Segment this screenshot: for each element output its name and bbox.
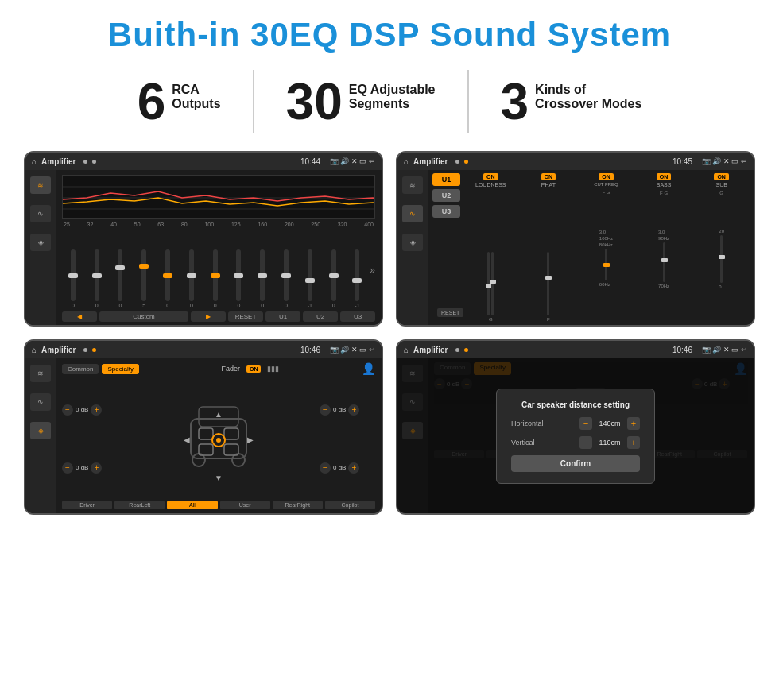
eq-freq-labels: 25 32 40 50 63 80 100 125 160 200 250 32… xyxy=(62,222,375,227)
ch-sub: ON SUB G 20 0 xyxy=(694,173,749,322)
home-icon-crossover[interactable]: ⌂ xyxy=(404,157,409,166)
sp-plus-tr[interactable]: + xyxy=(348,404,359,416)
ch-phat-name: PHAT xyxy=(541,182,556,188)
fader-on-badge[interactable]: ON xyxy=(246,365,262,373)
sp-plus-bl[interactable]: + xyxy=(91,462,102,474)
fader-driver-btn[interactable]: Driver xyxy=(62,501,112,509)
eq-col-5: 0 xyxy=(157,249,179,308)
eq-col-12: 0 xyxy=(323,249,345,308)
eq-col-4: 5 xyxy=(133,249,155,308)
svg-point-12 xyxy=(216,438,221,443)
eq-u3-btn[interactable]: U3 xyxy=(340,311,375,322)
svg-text:▶: ▶ xyxy=(247,435,254,444)
eq-u2-btn[interactable]: U2 xyxy=(303,311,338,322)
fader-rearright-btn[interactable]: RearRight xyxy=(273,501,323,509)
sidebar-fader-eq[interactable]: ≋ xyxy=(30,365,51,382)
app-name-crossover: Amplifier xyxy=(413,157,448,166)
ch-cutfreq-on[interactable]: ON xyxy=(599,173,614,180)
sidebar-crossover-speaker[interactable]: ◈ xyxy=(402,234,423,251)
fader-all-btn[interactable]: All xyxy=(167,501,217,509)
stat-label-line2-crossover: Crossover Modes xyxy=(535,97,641,111)
eq-reset-btn[interactable]: RESET xyxy=(228,311,263,322)
eq-main: 25 32 40 50 63 80 100 125 160 200 250 32… xyxy=(56,170,382,325)
cross-right: ON LOUDNESS G xyxy=(463,173,749,322)
screen-content-fader: ≋ ∿ ◈ Common Specialty Fader ON ▮▮▮ 👤 xyxy=(25,358,382,513)
screen-bar-eq: ⌂ Amplifier 10:44 📷 🔊 ✕ ▭ ↩ xyxy=(25,153,382,170)
sp-minus-bl[interactable]: − xyxy=(62,462,73,474)
home-icon-fader[interactable]: ⌂ xyxy=(32,346,37,354)
screen-content-crossover: ≋ ∿ ◈ U1 U2 U3 ON LOUDNESS xyxy=(397,170,754,325)
eq-prev-btn[interactable]: ◀ xyxy=(62,311,97,322)
sidebar-eq-wave[interactable]: ∿ xyxy=(30,205,51,222)
ch-sub-name: SUB xyxy=(715,182,727,188)
ch-loudness: ON LOUDNESS G xyxy=(463,173,518,322)
car-diagram: ▲ ▼ ◀ ▶ xyxy=(122,381,315,497)
stat-label-rca: RCA Outputs xyxy=(172,76,220,111)
eq-col-3: 0 xyxy=(110,249,132,308)
fader-rearleft-btn[interactable]: RearLeft xyxy=(114,501,165,509)
fader-bottomleft: − 0 dB + xyxy=(62,462,118,474)
dot1-fader xyxy=(83,348,87,352)
fader-specialty-tab[interactable]: Specialty xyxy=(102,364,138,374)
sp-minus-br[interactable]: − xyxy=(320,462,331,474)
dialog-horizontal-minus[interactable]: − xyxy=(579,417,592,430)
sidebar-eq-btn[interactable]: ≋ xyxy=(30,176,51,194)
stat-number-crossover: 3 xyxy=(501,76,529,127)
dialog-horizontal-row: Horizontal − 140cm + xyxy=(511,417,640,430)
dot2-dialog xyxy=(464,348,468,352)
ch-bass-on[interactable]: ON xyxy=(657,173,672,180)
stats-row: 6 RCA Outputs 30 EQ Adjustable Segments … xyxy=(24,70,755,133)
sp-minus-tl[interactable]: − xyxy=(62,404,73,416)
home-icon-eq[interactable]: ⌂ xyxy=(32,157,37,166)
sp-plus-tl[interactable]: + xyxy=(91,404,102,416)
u1-btn[interactable]: U1 xyxy=(432,173,460,186)
dot2-fader xyxy=(92,348,96,352)
stat-crossover: 3 Kinds of Crossover Modes xyxy=(469,76,674,127)
eq-custom-btn[interactable]: Custom xyxy=(99,311,188,322)
sidebar-fader-speaker[interactable]: ◈ xyxy=(30,422,51,439)
stat-rca: 6 RCA Outputs xyxy=(106,76,253,127)
sidebar-crossover-eq[interactable]: ≋ xyxy=(402,176,423,194)
ch-bass-name: BASS xyxy=(657,182,672,188)
fader-copilot-btn[interactable]: Copilot xyxy=(325,501,375,509)
fader-topright: − 0 dB + xyxy=(320,404,375,416)
svg-text:▼: ▼ xyxy=(215,474,223,482)
sidebar-fader-wave[interactable]: ∿ xyxy=(30,393,51,411)
cross-reset-btn[interactable]: RESET xyxy=(437,308,463,317)
svg-rect-7 xyxy=(199,428,213,439)
fader-user-btn[interactable]: User xyxy=(220,501,270,509)
sp-minus-tr[interactable]: − xyxy=(320,404,331,416)
fader-content: − 0 dB + − 0 dB + xyxy=(62,381,375,497)
eq-next-btn[interactable]: ▶ xyxy=(191,311,226,322)
eq-graph-svg xyxy=(63,176,374,218)
ch-loudness-on[interactable]: ON xyxy=(483,173,498,180)
dialog-confirm-btn[interactable]: Confirm xyxy=(511,455,640,472)
screen-bar-fader: ⌂ Amplifier 10:46 📷 🔊 ✕ ▭ ↩ xyxy=(25,341,382,358)
u3-btn[interactable]: U3 xyxy=(432,205,460,218)
eq-u1-btn[interactable]: U1 xyxy=(265,311,300,322)
dialog-horizontal-plus[interactable]: + xyxy=(627,417,640,430)
ch-bass: ON BASS F G 3.0 90Hz 70Hz xyxy=(637,173,692,322)
fader-main: Common Specialty Fader ON ▮▮▮ 👤 − xyxy=(56,358,382,513)
sidebar-eq-speaker[interactable]: ◈ xyxy=(30,234,51,251)
fader-user-icon: 👤 xyxy=(362,362,375,375)
icons-dialog: 📷 🔊 ✕ ▭ ↩ xyxy=(702,346,747,354)
ch-phat-on[interactable]: ON xyxy=(541,173,556,180)
u2-btn[interactable]: U2 xyxy=(432,189,460,202)
ch-sub-on[interactable]: ON xyxy=(714,173,729,180)
sidebar-crossover-wave[interactable]: ∿ xyxy=(402,205,423,222)
eq-col-7: 0 xyxy=(204,249,227,308)
fader-common-tab[interactable]: Common xyxy=(62,364,99,374)
dialog-vertical-plus[interactable]: + xyxy=(627,436,640,449)
sp-plus-br[interactable]: + xyxy=(348,462,359,474)
time-fader: 10:46 xyxy=(300,346,320,354)
dialog-vertical-minus[interactable]: − xyxy=(579,436,592,449)
stat-number-rca: 6 xyxy=(138,76,166,127)
stat-label-crossover: Kinds of Crossover Modes xyxy=(535,76,641,111)
home-icon-dialog[interactable]: ⌂ xyxy=(404,346,409,354)
dialog-horizontal-ctrl: − 140cm + xyxy=(579,417,640,430)
eq-col-13: -1 xyxy=(347,249,369,308)
screen-content-eq: ≋ ∿ ◈ xyxy=(25,170,382,325)
car-svg: ▲ ▼ ◀ ▶ xyxy=(179,395,258,482)
eq-col-2: 0 xyxy=(86,249,108,308)
